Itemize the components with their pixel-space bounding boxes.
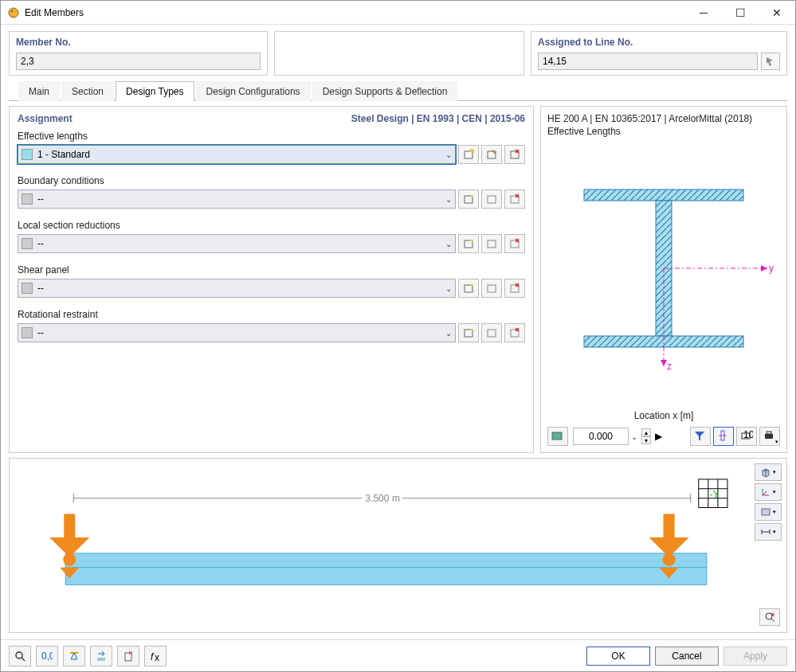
svg-point-11	[471, 240, 473, 242]
svg-rect-37	[765, 434, 773, 439]
new-button[interactable]	[458, 279, 479, 298]
delete-icon	[508, 193, 521, 205]
shear-panel-label: Shear panel	[18, 264, 525, 275]
effective-lengths-select[interactable]: 1 - Standard ⌄	[18, 145, 456, 164]
edit-button[interactable]	[481, 279, 502, 298]
beam-graphic: -Y 3.500 m	[33, 475, 731, 616]
values-button[interactable]: 100	[736, 427, 757, 446]
help-button[interactable]	[9, 646, 31, 666]
svg-text:-Y: -Y	[710, 489, 720, 500]
print-icon	[763, 430, 776, 443]
tab-design-supports[interactable]: Design Supports & Deflection	[312, 81, 458, 101]
edit-button[interactable]	[481, 323, 502, 342]
delete-icon	[508, 326, 521, 339]
member-no-input[interactable]	[16, 53, 261, 70]
new-button[interactable]	[458, 323, 479, 342]
shear-panel-select[interactable]: -- ⌄	[18, 279, 456, 298]
function-icon: fx	[150, 651, 161, 662]
delete-button[interactable]	[504, 145, 525, 164]
rotational-restraint-label: Rotational restraint	[18, 309, 525, 320]
delete-all-button[interactable]	[117, 646, 139, 666]
svg-point-7	[471, 195, 473, 197]
delete-button[interactable]	[504, 323, 525, 342]
ok-button[interactable]: OK	[586, 647, 650, 666]
cancel-button[interactable]: Cancel	[655, 647, 719, 666]
convert-button[interactable]	[90, 646, 112, 666]
new-button[interactable]	[458, 234, 479, 253]
location-input[interactable]	[573, 428, 629, 445]
assignment-panel: Assignment Steel Design | EN 1993 | CEN …	[9, 106, 534, 453]
convert-icon	[96, 651, 107, 662]
view-3d-button[interactable]: ▾	[755, 463, 782, 481]
chevron-down-icon: ⌄	[631, 432, 637, 441]
filter-button[interactable]	[690, 427, 711, 446]
supports-button[interactable]	[63, 646, 85, 666]
svg-point-60	[63, 553, 76, 566]
delete-icon	[508, 237, 521, 250]
minimize-button[interactable]: ─	[685, 1, 722, 24]
display-button[interactable]: ▾	[755, 503, 782, 521]
new-button[interactable]	[458, 145, 479, 164]
print-button[interactable]: ▾	[759, 427, 780, 446]
svg-point-19	[471, 329, 473, 331]
dimension-button[interactable]: ▾	[755, 523, 782, 541]
new-icon	[462, 326, 475, 339]
svg-rect-20	[488, 330, 496, 337]
svg-rect-58	[64, 514, 75, 537]
member-no-panel: Member No.	[9, 31, 268, 76]
values-icon: 100	[740, 430, 753, 443]
color-swatch-icon	[22, 193, 33, 205]
local-section-reductions-select[interactable]: -- ⌄	[18, 234, 456, 253]
local-section-reductions-label: Local section reductions	[18, 220, 525, 231]
window-title: Edit Members	[25, 7, 685, 18]
section-preview-panel: HE 200 A | EN 10365:2017 | ArcelorMittal…	[540, 106, 787, 453]
units-button[interactable]: 0,00	[36, 646, 58, 666]
function-button[interactable]: fx	[144, 646, 167, 666]
svg-rect-32	[552, 432, 562, 440]
close-button[interactable]: ✕	[759, 1, 795, 24]
svg-rect-38	[767, 432, 771, 434]
axes-button[interactable]: ▾	[755, 483, 782, 501]
section-library-button[interactable]	[547, 427, 568, 446]
boundary-conditions-select[interactable]: -- ⌄	[18, 189, 456, 209]
edit-button[interactable]	[481, 234, 502, 253]
svg-marker-72	[71, 653, 77, 659]
tab-main[interactable]: Main	[18, 81, 60, 101]
svg-point-68	[16, 652, 22, 658]
edit-button[interactable]	[481, 189, 502, 209]
assignment-standard: Steel Design | EN 1993 | CEN | 2015-06	[351, 113, 525, 124]
library-icon	[551, 430, 564, 443]
edit-icon	[485, 282, 498, 295]
new-icon	[462, 193, 475, 205]
titlebar: Edit Members ─ ☐ ✕	[1, 1, 795, 25]
effective-lengths-label: Effective lengths	[18, 131, 525, 142]
section-info: HE 200 A | EN 10365:2017 | ArcelorMittal…	[547, 113, 780, 124]
step-up-button[interactable]: ▲	[641, 428, 651, 436]
step-down-button[interactable]: ▼	[641, 436, 651, 444]
delete-button[interactable]	[504, 234, 525, 253]
tab-section[interactable]: Section	[61, 81, 114, 101]
tab-design-types[interactable]: Design Types	[116, 81, 194, 101]
location-label: Location x [m]	[634, 410, 694, 421]
support-icon	[69, 651, 80, 662]
play-button[interactable]: ▶	[651, 427, 665, 446]
new-button[interactable]	[458, 189, 479, 209]
apply-button[interactable]: Apply	[723, 647, 787, 666]
pick-line-button[interactable]	[761, 53, 780, 70]
assigned-input[interactable]	[538, 53, 758, 70]
delete-button[interactable]	[504, 189, 525, 209]
member-no-label: Member No.	[16, 37, 261, 48]
svg-rect-12	[488, 240, 496, 248]
zoom-reset-button[interactable]	[759, 608, 780, 626]
stress-view-button[interactable]	[713, 427, 734, 446]
tab-design-configs[interactable]: Design Configurations	[196, 81, 311, 101]
display-icon	[760, 506, 771, 518]
svg-point-15	[471, 284, 473, 287]
rotational-restraint-select[interactable]: -- ⌄	[18, 323, 456, 342]
delete-icon	[508, 282, 521, 295]
delete-button[interactable]	[504, 279, 525, 298]
edit-icon	[485, 237, 498, 250]
edit-button[interactable]	[481, 145, 502, 164]
maximize-button[interactable]: ☐	[722, 1, 759, 24]
svg-rect-8	[488, 196, 496, 203]
